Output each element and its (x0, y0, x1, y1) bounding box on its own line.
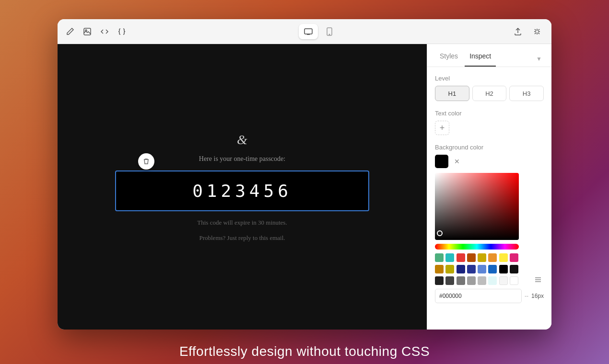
hue-slider[interactable] (435, 244, 519, 250)
swatches-row-2 (435, 265, 519, 273)
braces-icon[interactable] (117, 27, 127, 36)
right-panel: Styles Inspect Level H1 H2 H3 Text color… (427, 44, 551, 330)
swatch-black[interactable] (499, 265, 508, 273)
email-problems-text: Problems? Just reply to this email. (199, 234, 285, 242)
swatch-red[interactable] (457, 253, 465, 262)
swatch-gray1[interactable] (445, 276, 454, 285)
close-color-button[interactable]: ✕ (452, 157, 462, 166)
swatch-green[interactable] (435, 253, 444, 262)
add-text-color-button[interactable]: + (435, 121, 449, 135)
tab-inspect[interactable]: Inspect (465, 46, 496, 67)
passcode-number: 0123456 (192, 181, 292, 201)
swatch-orange[interactable] (488, 253, 497, 262)
px-label: 16px (531, 293, 544, 299)
canvas-area: & Here is your one-time passcode: 012345… (58, 44, 427, 330)
swatch-gray4[interactable] (478, 276, 486, 285)
collapse-icon[interactable] (530, 25, 544, 38)
delete-button[interactable] (138, 153, 154, 170)
text-color-label: Text color (435, 110, 544, 117)
swatch-lightgray[interactable] (499, 276, 508, 285)
text-color-section: Text color + (435, 110, 544, 135)
toolbar-left (65, 27, 127, 36)
main-content: & Here is your one-time passcode: 012345… (58, 44, 551, 330)
panel-content: Level H1 H2 H3 Text color + Background c… (427, 67, 551, 330)
swatches-row-1 (435, 253, 519, 262)
bg-color-section: Background color ✕ (435, 144, 544, 303)
swatch-gray3[interactable] (467, 276, 476, 285)
toolbar-right (511, 25, 544, 38)
desktop-view-button[interactable] (299, 24, 318, 39)
svg-point-4 (329, 34, 330, 35)
email-logo: & (237, 132, 247, 148)
panel-tabs: Styles Inspect (427, 44, 551, 67)
color-picker: -- 16px (435, 173, 544, 303)
swatch-lightcyan[interactable] (488, 276, 497, 285)
toolbar (58, 19, 551, 44)
color-gradient[interactable] (435, 173, 519, 240)
swatch-navy[interactable] (457, 265, 465, 273)
editor-window: & Here is your one-time passcode: 012345… (58, 19, 551, 330)
email-greeting: Here is your one-time passcode: (199, 155, 285, 163)
swatch-white[interactable] (510, 276, 518, 285)
share-icon[interactable] (511, 25, 525, 38)
passcode-box[interactable]: 0123456 (115, 171, 369, 211)
toolbar-center (299, 24, 339, 39)
code-icon[interactable] (100, 27, 109, 36)
swatch-darkblue[interactable] (467, 265, 476, 273)
swatch-pink[interactable] (510, 253, 518, 262)
bg-color-label: Background color (435, 144, 544, 151)
image-icon[interactable] (82, 27, 92, 36)
swatch-gray2[interactable] (457, 276, 465, 285)
swatch-amber[interactable] (435, 265, 444, 273)
mobile-view-button[interactable] (320, 24, 339, 39)
list-icon-button[interactable] (532, 274, 544, 285)
swatch-blue[interactable] (478, 265, 486, 273)
dash-separator: -- (525, 293, 528, 299)
swatches-row-3 (435, 276, 519, 285)
level-buttons: H1 H2 H3 (435, 86, 544, 101)
swatch-darkgray[interactable] (435, 276, 444, 285)
email-expire-text: This code will expire in 30 minutes. (197, 219, 287, 227)
bg-color-row: ✕ (435, 155, 544, 168)
swatch-cobalt[interactable] (488, 265, 497, 273)
swatch-brown[interactable] (467, 253, 476, 262)
email-preview: & Here is your one-time passcode: 012345… (115, 113, 369, 261)
level-label: Level (435, 75, 544, 82)
level-h1-button[interactable]: H1 (435, 86, 469, 101)
hex-input[interactable] (435, 289, 522, 303)
level-h2-button[interactable]: H2 (472, 86, 507, 101)
tagline: Effortlessly design without touching CSS (179, 344, 430, 359)
edit-icon[interactable] (65, 27, 75, 36)
swatch-yellow[interactable] (499, 253, 508, 262)
swatch-teal[interactable] (445, 253, 454, 262)
level-h3-button[interactable]: H3 (509, 86, 544, 101)
swatch-gold[interactable] (478, 253, 486, 262)
tab-styles[interactable]: Styles (435, 46, 463, 67)
swatch-lime[interactable] (445, 265, 454, 273)
svg-rect-2 (304, 29, 312, 34)
color-picker-handle[interactable] (437, 230, 443, 236)
hex-input-row: -- 16px (435, 289, 544, 303)
bg-color-swatch[interactable] (435, 155, 448, 168)
swatch-nearblack[interactable] (510, 265, 518, 273)
